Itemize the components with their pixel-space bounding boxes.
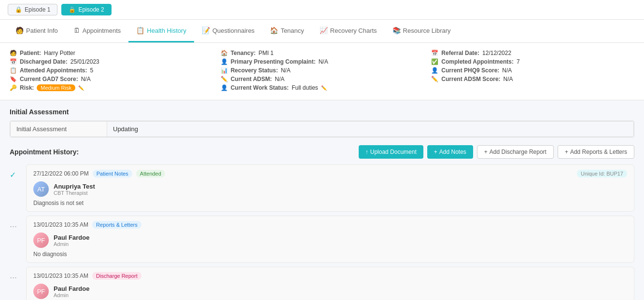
add-notes-button[interactable]: + Add Notes (427, 145, 473, 159)
gad7-row: 🔖 Current GAD7 Score: N/A (10, 76, 213, 82)
episode-1-label: Episode 1 (25, 6, 50, 13)
bookmark-icon: 🔖 (10, 76, 17, 82)
work-edit-icon[interactable]: ✏️ (321, 85, 327, 91)
health-history-icon: 📋 (136, 27, 144, 34)
tenancy-icon: 🏠 (270, 27, 278, 34)
calendar-icon: 📅 (10, 58, 17, 65)
risk-edit-icon[interactable]: ✏️ (78, 85, 84, 91)
appointment-row-1: ✓ 27/12/2022 06:00 PM Patient Notes Atte… (10, 164, 634, 212)
appt-2-date: 13/01/2023 10:35 AM (33, 221, 88, 228)
episode-tab-1[interactable]: 🔒 Episode 1 (8, 4, 57, 15)
appt-1-tag-attended: Attended (136, 170, 165, 177)
phq9-icon: 👤 (431, 67, 438, 74)
appt-2-diagnosis: No diagnosis (33, 251, 627, 258)
adsm-score-row: ✏️ Current ADSM Score: N/A (431, 76, 634, 82)
appointment-row-3: ··· 13/01/2023 10:35 AM Discharge Report… (10, 267, 634, 300)
work-icon: 👤 (221, 84, 228, 91)
dots-icon-3[interactable]: ··· (10, 273, 21, 283)
appt-1-tag-patient-notes: Patient Notes (93, 170, 132, 177)
initial-assessment-table: Initial Assessment Updating (10, 121, 634, 137)
appt-card-2-left: 13/01/2023 10:35 AM Reports & Letters (33, 221, 141, 229)
adsm-score-value: N/A (504, 76, 513, 82)
patient-col2: 🏠 Tenancy: PMI 1 👤 Primary Presenting Co… (221, 50, 424, 93)
add-discharge-report-button[interactable]: + Add Discharge Report (477, 145, 554, 159)
complaint-row: 👤 Primary Presenting Complaint: N/A (221, 58, 424, 65)
complaint-value: N/A (319, 58, 328, 65)
dots-icon-2[interactable]: ··· (10, 221, 21, 232)
appointment-card-1: 27/12/2022 06:00 PM Patient Notes Attend… (26, 164, 634, 212)
upload-icon: ↑ (365, 149, 368, 155)
patient-col1: 🧑 Patient: Harry Potter 📅 Discharged Dat… (10, 50, 213, 93)
appt-2-person: PF Paul Fardoe Admin (33, 232, 627, 248)
appt-1-unique-id: Unique Id: BUP17 (577, 170, 627, 177)
avatar-2: PF (33, 232, 49, 248)
discharge-report-icon: + (484, 149, 488, 155)
appt-card-1-header: 27/12/2022 06:00 PM Patient Notes Attend… (33, 170, 627, 177)
appt-3-person: PF Paul Fardoe Admin (33, 284, 627, 299)
key-icon: 🔑 (10, 84, 17, 91)
appt-3-person-role: Admin (54, 292, 89, 298)
adsm-icon: ✏️ (221, 76, 228, 82)
appt-card-1-left: 27/12/2022 06:00 PM Patient Notes Attend… (33, 170, 165, 177)
completed-count: 7 (517, 58, 520, 65)
avatar-3: PF (33, 284, 49, 299)
appt-2-person-role: Admin (54, 241, 89, 247)
lock-icon-2: 🔒 (69, 6, 76, 13)
tab-health-history[interactable]: 📋 Health History (128, 20, 194, 42)
appt-1-diagnosis: Diagnosis is not set (33, 200, 627, 206)
adsm-value: N/A (275, 76, 284, 82)
appt-2-person-info: Paul Fardoe Admin (54, 234, 89, 247)
complaint-icon: 👤 (221, 58, 228, 65)
completed-icon: ✅ (431, 58, 438, 65)
attended-count: 5 (90, 67, 94, 74)
check-icon-1: ✓ (10, 170, 21, 179)
appointment-list: ✓ 27/12/2022 06:00 PM Patient Notes Atte… (10, 164, 634, 300)
episode-tab-2[interactable]: 🔒 Episode 2 (61, 4, 111, 15)
appt-card-2-header: 13/01/2023 10:35 AM Reports & Letters (33, 221, 627, 229)
appt-1-person-info: Anupriya Test CBT Therapist (54, 183, 95, 196)
patient-info-icon: 🧑 (15, 27, 24, 34)
appt-2-tag: Reports & Letters (92, 221, 141, 229)
assessment-row: Initial Assessment Updating (11, 122, 634, 137)
upload-document-button[interactable]: ↑ Upload Document (359, 145, 423, 159)
tab-appointments[interactable]: 🗓 Appointments (66, 20, 129, 42)
recovery-status-row: 📊 Recovery Status: N/A (221, 67, 424, 74)
tab-tenancy[interactable]: 🏠 Tenancy (262, 20, 311, 42)
action-buttons: ↑ Upload Document + Add Notes + Add Disc… (359, 145, 634, 159)
appt-3-person-info: Paul Fardoe Admin (54, 285, 89, 298)
adsm-row: ✏️ Current ADSM: N/A (221, 76, 424, 82)
discharged-row: 📅 Discharged Date: 25/01/2023 (10, 58, 213, 65)
appointment-history-title: Appointment History: (10, 148, 79, 156)
add-reports-letters-button[interactable]: + Add Reports & Letters (558, 145, 634, 159)
appt-1-person-name: Anupriya Test (54, 183, 95, 190)
tab-recovery-charts[interactable]: 📈 Recovery Charts (312, 20, 385, 42)
appt-3-date: 13/01/2023 10:35 AM (33, 273, 88, 279)
patient-icon: 🧑 (10, 50, 17, 56)
reports-letters-icon: + (565, 149, 568, 155)
initial-assessment-title: Initial Assessment (10, 108, 634, 116)
assessment-value: Updating (107, 122, 634, 137)
episode-bar: 🔒 Episode 1 🔒 Episode 2 (0, 0, 644, 20)
tab-questionnaires[interactable]: 📝 Questionnaires (194, 20, 262, 42)
resource-library-icon: 📚 (392, 27, 401, 34)
clipboard-icon: 📋 (10, 67, 17, 74)
appointment-history-header: Appointment History: ↑ Upload Document +… (10, 145, 634, 159)
appointment-card-3: 13/01/2023 10:35 AM Discharge Report PF … (26, 267, 634, 300)
tab-patient-info[interactable]: 🧑 Patient Info (8, 20, 66, 42)
discharged-date: 25/01/2023 (70, 58, 99, 65)
phq9-row: 👤 Current PHQ9 Score: N/A (431, 67, 634, 74)
risk-badge: Medium Risk (37, 84, 75, 91)
recovery-icon: 📊 (221, 67, 228, 74)
appt-1-date: 27/12/2022 06:00 PM (33, 170, 89, 177)
lock-icon-1: 🔒 (15, 6, 22, 13)
tenancy-row: 🏠 Tenancy: PMI 1 (221, 50, 424, 56)
risk-row: 🔑 Risk: Medium Risk ✏️ (10, 84, 213, 91)
episode-2-label: Episode 2 (78, 6, 104, 13)
appt-3-person-name: Paul Fardoe (54, 285, 89, 292)
tab-resource-library[interactable]: 📚 Resource Library (385, 20, 459, 42)
appointment-row-2: ··· 13/01/2023 10:35 AM Reports & Letter… (10, 216, 634, 263)
adsm-score-icon: ✏️ (431, 76, 438, 82)
recovery-charts-icon: 📈 (320, 27, 328, 34)
appt-2-person-name: Paul Fardoe (54, 234, 89, 241)
tenancy-icon2: 🏠 (221, 50, 228, 56)
